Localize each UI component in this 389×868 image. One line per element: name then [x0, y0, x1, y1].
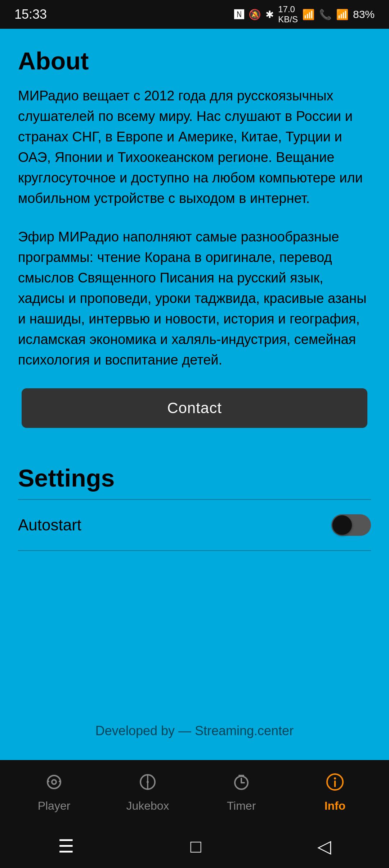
bluetooth-icon: ✱: [265, 9, 274, 21]
status-time: 15:33: [14, 7, 47, 22]
nav-label-player: Player: [38, 799, 71, 813]
settings-title: Settings: [18, 464, 371, 492]
svg-point-10: [334, 777, 336, 779]
settings-section: Settings Autostart: [18, 464, 371, 551]
autostart-toggle[interactable]: [331, 514, 371, 536]
info-icon: [326, 773, 344, 796]
status-bar: 15:33 🅽 🔕 ✱ 17.0KB/S 📶 📞 📶 83%: [0, 0, 389, 29]
nav-item-jukebox[interactable]: Jukebox: [112, 773, 184, 813]
status-icons: 🅽 🔕 ✱ 17.0KB/S 📶 📞 📶 83%: [234, 4, 375, 24]
autostart-label: Autostart: [18, 516, 81, 534]
nav-label-jukebox: Jukebox: [126, 799, 169, 813]
nav-label-timer: Timer: [227, 799, 256, 813]
about-paragraph2: Эфир МИРадио наполняют самые разнообразн…: [18, 227, 371, 370]
battery-indicator: 83%: [353, 8, 375, 21]
system-navigation: ☰ □ ◁: [0, 825, 389, 868]
timer-icon: [232, 773, 251, 796]
svg-point-1: [52, 780, 56, 784]
data-speed-icon: 17.0KB/S: [278, 4, 298, 24]
player-icon: [45, 773, 63, 796]
nav-item-player[interactable]: Player: [18, 773, 90, 813]
home-button[interactable]: □: [190, 836, 201, 857]
call-icon: 📞: [319, 9, 332, 21]
about-title: About: [18, 47, 371, 75]
signal-icon: 📶: [336, 9, 349, 21]
toggle-thumb: [332, 515, 352, 535]
svg-point-0: [48, 776, 61, 788]
nav-item-timer[interactable]: Timer: [205, 773, 277, 813]
menu-button[interactable]: ☰: [58, 836, 74, 857]
developed-by-text: Developed by — Streaming.center: [18, 723, 371, 738]
toggle-track: [331, 514, 371, 536]
wifi-icon: 📶: [302, 9, 315, 21]
autostart-row: Autostart: [18, 500, 371, 551]
bottom-navigation: Player Jukebox Timer: [0, 760, 389, 825]
main-content: About МИРадио вещает с 2012 года для рус…: [0, 29, 389, 760]
back-button[interactable]: ◁: [317, 836, 331, 857]
nav-item-info[interactable]: Info: [299, 773, 371, 813]
nfc-icon: 🅽: [234, 9, 244, 21]
mute-icon: 🔕: [249, 9, 261, 21]
jukebox-icon: [138, 773, 157, 796]
nav-label-info: Info: [325, 799, 346, 813]
about-paragraph1: МИРадио вещает с 2012 года для русскоязы…: [18, 86, 371, 209]
contact-button[interactable]: Contact: [22, 388, 367, 428]
